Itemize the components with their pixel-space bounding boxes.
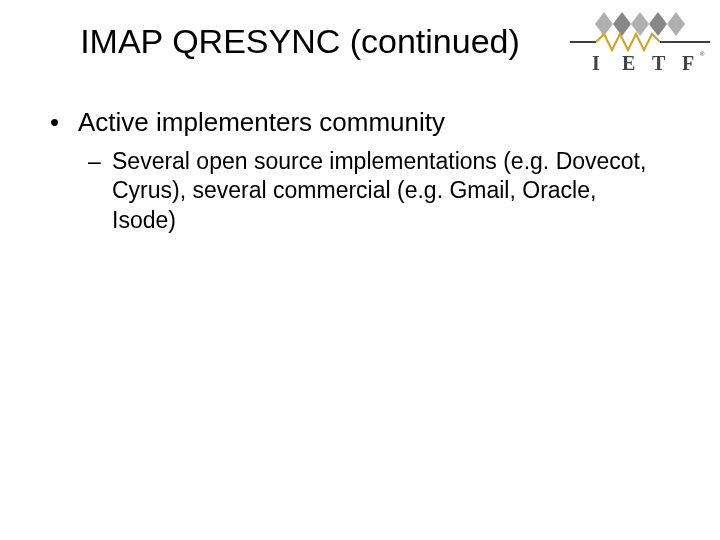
bullet-level1: • Active implementers community (50, 108, 680, 137)
slide-title: IMAP QRESYNC (continued) (0, 22, 600, 61)
bullet-level2: – Several open source implementations (e… (88, 147, 680, 237)
slide-content: • Active implementers community – Severa… (50, 108, 680, 236)
svg-text:T: T (652, 52, 666, 74)
svg-text:E: E (622, 52, 635, 74)
svg-text:®: ® (700, 51, 705, 57)
svg-marker-2 (631, 12, 649, 36)
bullet-marker: • (50, 108, 78, 137)
svg-marker-1 (613, 12, 631, 36)
svg-text:F: F (682, 52, 694, 74)
bullet-marker: – (88, 147, 112, 237)
bullet-text: Several open source implementations (e.g… (112, 147, 652, 237)
bullet-text: Active implementers community (78, 108, 445, 137)
svg-marker-4 (667, 12, 685, 36)
